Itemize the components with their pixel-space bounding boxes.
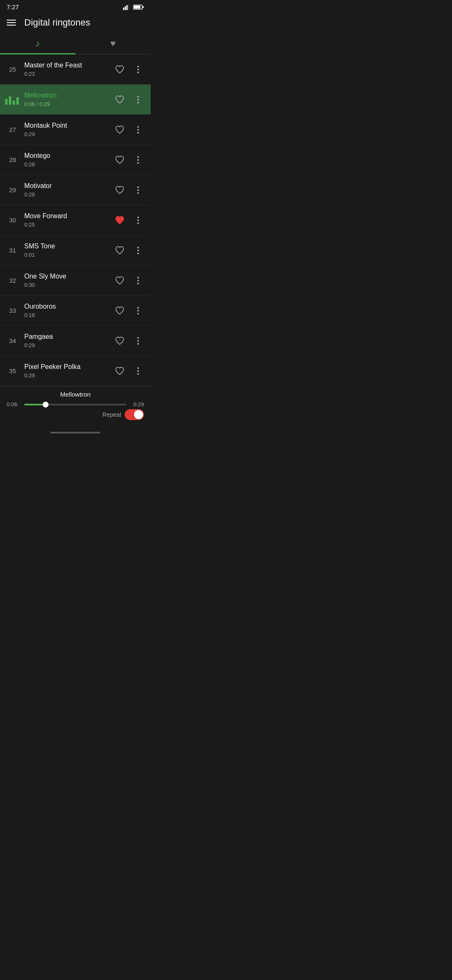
list-item[interactable]: 25 Master of the Feast 0:23 [0,54,151,85]
status-icons [123,4,144,10]
item-info: Montego 0:28 [20,152,112,168]
item-actions [112,152,146,168]
more-button[interactable] [131,273,146,288]
dot [137,247,139,248]
dot [137,370,139,372]
more-button[interactable] [131,213,146,228]
item-info: One Sly Move 0:30 [20,273,112,288]
item-actions [112,62,146,77]
bar1 [5,99,8,105]
track-title: One Sly Move [24,273,108,280]
track-number: 34 [5,337,20,344]
svg-rect-1 [125,6,126,10]
track-title: Montego [24,152,108,160]
heart-icon [115,276,124,285]
dot [137,162,139,164]
track-title: Ouroboros [24,303,108,310]
dot [137,129,139,131]
more-button[interactable] [131,333,146,348]
more-button[interactable] [131,183,146,198]
music-note-icon: ♪ [36,38,40,49]
item-info: SMS Tone 0:01 [20,242,112,258]
repeat-label: Repeat [103,411,121,418]
bar3 [13,101,15,105]
dot [137,250,139,251]
more-button[interactable] [131,62,146,77]
item-info: Ouroboros 0:18 [20,303,112,318]
dot [137,217,139,218]
list-item[interactable]: 30 Move Forward 0:25 [0,205,151,235]
header: Digital ringtones [0,12,151,33]
favorite-button[interactable] [112,243,127,258]
list-item[interactable]: Mellowtron 0:06 / 0:29 [0,85,151,115]
list-item[interactable]: 32 One Sly Move 0:30 [0,266,151,296]
menu-button[interactable] [7,20,16,26]
repeat-toggle[interactable] [125,409,144,420]
dot [137,96,139,98]
track-duration: 0:29 [24,372,108,379]
track-number: 35 [5,367,20,374]
favorite-button[interactable] [112,152,127,168]
favorite-button[interactable] [112,122,127,137]
svg-rect-2 [126,5,128,10]
track-duration: 0:29 [24,342,108,348]
item-info: Master of the Feast 0:23 [20,62,112,77]
dot [137,99,139,101]
list-item[interactable]: 27 Montauk Point 0:29 [0,115,151,145]
track-title: Move Forward [24,212,108,220]
track-title: Master of the Feast [24,62,108,69]
progress-thumb [43,402,49,407]
track-number: 31 [5,247,20,254]
heart-icon [115,126,124,134]
favorite-button[interactable] [112,62,127,77]
track-duration: 0:23 [24,71,108,77]
item-actions [112,333,146,348]
dot [137,126,139,128]
dot [137,340,139,342]
list-item[interactable]: 28 Montego 0:28 [0,145,151,175]
tab-all[interactable]: ♪ [0,33,75,54]
list-item[interactable]: 34 Pamgaea 0:29 [0,326,151,356]
svg-rect-5 [143,6,144,8]
item-actions [112,364,146,379]
track-number: 32 [5,277,20,284]
more-button[interactable] [131,122,146,137]
favorite-button[interactable] [112,303,127,318]
track-duration: 0:18 [24,312,108,318]
dot [137,307,139,309]
favorite-button[interactable] [112,273,127,288]
svg-rect-3 [128,4,129,10]
dot [137,373,139,375]
track-title: Pamgaea [24,333,108,340]
more-button[interactable] [131,364,146,379]
dot [137,280,139,281]
home-indicator [50,432,100,433]
list-item[interactable]: 35 Pixel Peeker Polka 0:29 [0,356,151,386]
list-item[interactable]: 31 SMS Tone 0:01 [0,235,151,266]
more-button[interactable] [131,92,146,107]
more-button[interactable] [131,152,146,168]
more-button[interactable] [131,243,146,258]
list-item[interactable]: 29 Motivator 0:29 [0,175,151,205]
favorite-button[interactable] [112,213,127,228]
more-button[interactable] [131,303,146,318]
track-duration: 0:30 [24,282,108,288]
favorite-button[interactable] [112,333,127,348]
progress-track[interactable] [24,404,126,405]
item-actions [112,243,146,258]
tab-favorites[interactable]: ♥ [75,33,151,54]
favorite-button[interactable] [112,92,127,107]
favorite-button[interactable] [112,183,127,198]
favorite-button[interactable] [112,364,127,379]
item-info: Montauk Point 0:29 [20,122,112,137]
dot [137,72,139,73]
dot [137,367,139,369]
heart-icon [115,156,124,164]
item-info: Pamgaea 0:29 [20,333,112,348]
now-playing-title: Mellowtron [7,391,144,398]
track-number: 25 [5,66,20,73]
dot [137,186,139,188]
list-item[interactable]: 33 Ouroboros 0:18 [0,296,151,326]
track-duration: 0:29 [24,131,108,137]
heart-icon [115,367,124,375]
